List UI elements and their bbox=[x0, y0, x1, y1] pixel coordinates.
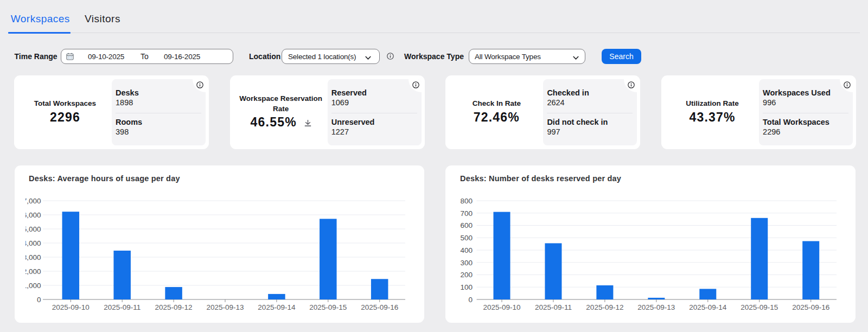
svg-text:1,000: 1,000 bbox=[25, 282, 41, 290]
svg-text:2025-09-10: 2025-09-10 bbox=[52, 303, 90, 311]
svg-text:2025-09-12: 2025-09-12 bbox=[586, 303, 623, 311]
svg-text:300: 300 bbox=[460, 259, 473, 267]
svg-text:400: 400 bbox=[460, 246, 473, 254]
svg-text:100: 100 bbox=[460, 283, 473, 291]
svg-text:2025-09-12: 2025-09-12 bbox=[155, 303, 193, 311]
svg-text:4,000: 4,000 bbox=[25, 239, 41, 247]
svg-text:500: 500 bbox=[460, 234, 473, 242]
svg-text:2025-09-11: 2025-09-11 bbox=[104, 303, 141, 311]
svg-text:2025-09-14: 2025-09-14 bbox=[258, 303, 296, 311]
svg-text:2,000: 2,000 bbox=[25, 267, 41, 276]
svg-text:2025-09-11: 2025-09-11 bbox=[535, 303, 572, 311]
svg-text:2025-09-16: 2025-09-16 bbox=[361, 303, 398, 311]
svg-text:6,000: 6,000 bbox=[25, 211, 41, 219]
svg-text:2025-09-15: 2025-09-15 bbox=[309, 303, 347, 311]
svg-text:0: 0 bbox=[37, 296, 41, 304]
svg-text:5,000: 5,000 bbox=[25, 225, 41, 233]
svg-text:7,000: 7,000 bbox=[25, 197, 41, 205]
svg-text:2025-09-13: 2025-09-13 bbox=[206, 303, 244, 311]
svg-text:2025-09-10: 2025-09-10 bbox=[483, 303, 520, 311]
svg-text:2025-09-14: 2025-09-14 bbox=[689, 303, 727, 311]
svg-text:3,000: 3,000 bbox=[25, 253, 41, 261]
svg-text:0: 0 bbox=[468, 296, 473, 304]
svg-text:2025-09-13: 2025-09-13 bbox=[637, 303, 675, 311]
svg-text:600: 600 bbox=[460, 221, 473, 229]
svg-text:700: 700 bbox=[460, 209, 473, 218]
svg-text:200: 200 bbox=[460, 271, 473, 279]
svg-text:2025-09-16: 2025-09-16 bbox=[792, 303, 829, 311]
svg-text:2025-09-15: 2025-09-15 bbox=[741, 303, 778, 311]
svg-text:800: 800 bbox=[460, 197, 473, 205]
